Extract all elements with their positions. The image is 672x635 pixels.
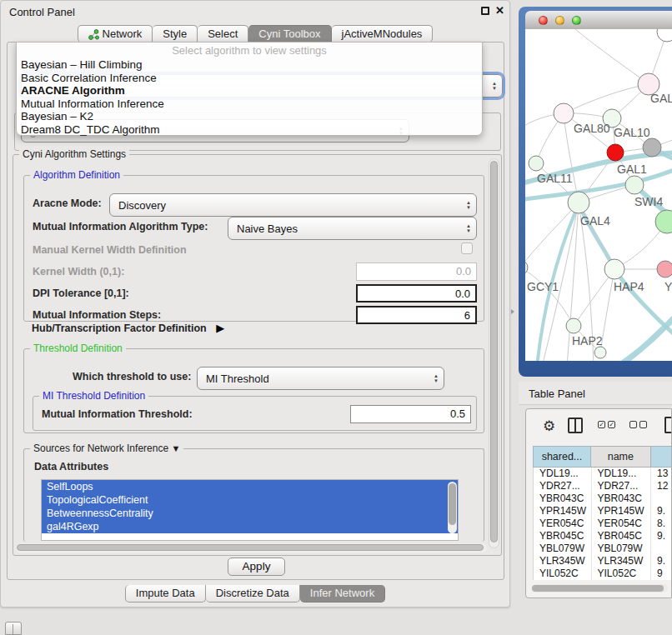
group-title: Threshold Definition	[30, 342, 126, 354]
table-row[interactable]: YDL19... YDL19... 13	[534, 468, 672, 480]
table-row[interactable]: YER054C YER054C 8.	[534, 518, 672, 530]
popup-item[interactable]: Dream8 DC_TDC Algorithm	[17, 123, 482, 137]
hub-definition-expander[interactable]: Hub/Transcription Factor Definition ▶	[32, 322, 224, 334]
minimize-window-icon[interactable]	[555, 16, 564, 25]
list-item[interactable]: SelfLoops	[42, 480, 458, 493]
export-table-icon[interactable]	[664, 417, 672, 433]
edge	[564, 84, 649, 113]
table-row[interactable]: YBR045C YBR045C 9.	[534, 530, 672, 542]
network-node-gray[interactable]	[643, 138, 661, 157]
float-panel-icon[interactable]	[481, 7, 489, 15]
group-title: Cyni Algorithm Settings	[19, 148, 129, 160]
mi-threshold-field[interactable]: 0.5	[350, 405, 471, 423]
network-view-window: GAL GAL80 GAL10 GAL1 GAL11 SWI4 GAL4 GCY…	[519, 7, 672, 377]
table-row[interactable]: YLR345W YLR345W 9.	[534, 555, 672, 568]
list-item[interactable]: TopologicalCoefficient	[42, 493, 458, 507]
table-row[interactable]: YPR145W YPR145W 9.	[534, 505, 672, 518]
tab-cyni-toolbox[interactable]: Cyni Toolbox	[248, 25, 331, 42]
cell: YPR145W	[534, 505, 592, 518]
cell: 9.	[651, 505, 672, 518]
close-window-icon[interactable]	[539, 16, 548, 25]
scrollbar-thumb[interactable]	[17, 544, 484, 551]
network-node[interactable]	[594, 347, 606, 358]
dpi-tolerance-field[interactable]: 0.0	[356, 284, 477, 302]
tab-style[interactable]: Style	[153, 25, 198, 42]
column-header-name[interactable]: name	[591, 446, 651, 468]
network-node-gal1[interactable]	[625, 176, 644, 194]
tab-discretize-data[interactable]: Discretize Data	[206, 585, 300, 602]
list-item[interactable]: BetweennessCentrality	[42, 507, 458, 520]
table-row[interactable]: YIL052C YIL052C 9	[534, 568, 672, 580]
list-vertical-scrollbar[interactable]	[448, 482, 457, 533]
manual-kernel-checkbox[interactable]	[461, 242, 473, 254]
table-row[interactable]: YBR043C YBR043C	[534, 492, 672, 505]
network-node-gcy1[interactable]	[525, 260, 528, 275]
tab-select-label: Select	[208, 26, 238, 42]
network-node-gal80[interactable]	[554, 103, 574, 123]
network-node-pink[interactable]	[657, 261, 672, 278]
tab-impute-data[interactable]: Impute Data	[125, 585, 206, 602]
select-all-checkboxes-icon[interactable]: ✓ ✓	[598, 421, 615, 428]
tab-jactivemnodules-label: jActiveMNodules	[342, 26, 423, 42]
scrollbar-thumb[interactable]	[532, 585, 664, 592]
settings-horizontal-scrollbar[interactable]	[16, 543, 487, 552]
mi-type-combobox[interactable]: Naive Bayes ▲ ▼	[228, 217, 477, 240]
split-columns-icon[interactable]	[568, 418, 583, 433]
which-threshold-combobox[interactable]: MI Threshold ▲ ▼	[197, 367, 444, 390]
network-node-hap4[interactable]	[604, 259, 624, 279]
combo-down-icon: ▼	[434, 378, 439, 383]
table-horizontal-scrollbar[interactable]	[531, 584, 668, 592]
column-header-shared-name[interactable]: shared...	[533, 446, 591, 468]
popup-item-selected[interactable]: ARACNE Algorithm	[17, 84, 482, 98]
data-attributes-list[interactable]: SelfLoops TopologicalCoefficient Between…	[41, 479, 459, 541]
kernel-width-field[interactable]: 0.0	[356, 262, 477, 281]
cyni-algorithm-settings-group: Cyni Algorithm Settings Algorithm Defini…	[13, 154, 502, 556]
cell: YBR045C	[592, 530, 651, 542]
list-item[interactable]: gal4RGexp	[42, 520, 458, 533]
edge	[575, 29, 649, 84]
table-row[interactable]: YDR27... YDR27... 12	[534, 480, 672, 492]
bottom-tab-bar: Impute Data Discretize Data Infer Networ…	[1, 585, 509, 602]
network-node-gal4[interactable]	[568, 192, 589, 213]
popup-item[interactable]: Mutual Information Inference	[17, 98, 482, 111]
popup-item[interactable]: Bayesian – Hill Climbing	[17, 58, 482, 72]
table-toolbar: ⚙ ✓ ✓	[526, 416, 671, 441]
scrollbar-thumb[interactable]	[490, 161, 498, 542]
combo-stepper-icon[interactable]: ▲ ▼	[434, 368, 439, 389]
popup-item[interactable]: Basic Correlation Inference	[17, 72, 482, 85]
cell: YER054C	[534, 518, 592, 530]
settings-vertical-scrollbar[interactable]	[489, 158, 499, 548]
sources-expander[interactable]: Sources for Network Inference ▼	[30, 442, 183, 454]
aracne-mode-combobox[interactable]: Discovery ▲ ▼	[109, 193, 477, 217]
mi-steps-field[interactable]: 6	[356, 306, 477, 324]
table-row[interactable]: YBL079W YBL079W	[534, 542, 672, 555]
algorithm-dropdown-popup: Select algorithm to view settings Bayesi…	[16, 42, 483, 136]
combo-stepper-icon[interactable]: ▲ ▼	[466, 194, 471, 216]
combo-stepper-icon[interactable]: ▲ ▼	[492, 75, 497, 97]
network-node-gal11[interactable]	[529, 156, 544, 171]
close-icon[interactable]: ✕	[495, 4, 504, 17]
zoom-window-icon[interactable]	[572, 16, 581, 25]
scrollbar-thumb[interactable]	[449, 483, 456, 525]
gear-icon[interactable]: ⚙	[543, 418, 555, 435]
network-canvas[interactable]: GAL GAL80 GAL10 GAL1 GAL11 SWI4 GAL4 GCY…	[525, 29, 672, 361]
tab-jactivemnodules[interactable]: jActiveMNodules	[332, 25, 434, 42]
network-node-selected-red[interactable]	[607, 144, 624, 161]
group-title: Algorithm Definition	[30, 169, 123, 181]
tab-infer-network[interactable]: Infer Network	[300, 585, 385, 602]
combo-stepper-icon[interactable]: ▲ ▼	[466, 218, 471, 239]
network-node-hap2[interactable]	[566, 318, 581, 333]
apply-button[interactable]: Apply	[228, 558, 285, 576]
panel-divider-handle[interactable]	[511, 309, 514, 314]
tab-network[interactable]: Network	[78, 25, 153, 42]
tab-select[interactable]: Select	[198, 25, 248, 42]
popup-item[interactable]: Bayesian – K2	[17, 110, 482, 123]
network-window-titlebar[interactable]	[525, 11, 672, 29]
network-node[interactable]	[657, 29, 672, 42]
deselect-all-checkboxes-icon[interactable]	[629, 421, 647, 428]
column-header[interactable]: A	[651, 446, 672, 468]
network-node-green[interactable]	[655, 210, 672, 233]
collapse-arrow-icon: ▼	[171, 443, 180, 453]
cell: YIL052C	[592, 568, 651, 580]
restore-panel-icon[interactable]	[5, 622, 22, 635]
